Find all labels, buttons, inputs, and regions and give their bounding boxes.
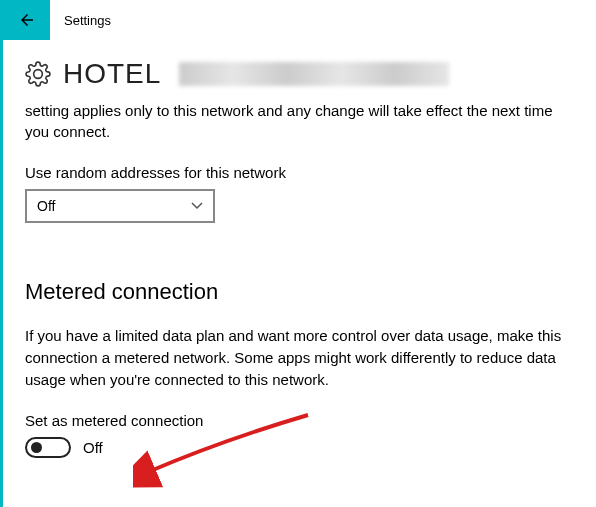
network-title-row: HOTEL: [25, 58, 574, 90]
random-addresses-label: Use random addresses for this network: [25, 164, 574, 181]
header-bar: Settings: [3, 0, 596, 40]
back-arrow-icon: [18, 11, 36, 29]
metered-description: If you have a limited data plan and want…: [25, 325, 574, 390]
metered-toggle-label: Set as metered connection: [25, 412, 574, 429]
network-description: setting applies only to this network and…: [25, 100, 574, 142]
back-button[interactable]: [3, 0, 50, 40]
metered-toggle-row: Off: [25, 437, 574, 458]
toggle-knob: [31, 442, 42, 453]
metered-toggle-value: Off: [83, 439, 103, 456]
content-area: HOTEL setting applies only to this netwo…: [3, 40, 596, 458]
metered-toggle[interactable]: [25, 437, 71, 458]
dropdown-value: Off: [37, 198, 55, 214]
redacted-network-suffix: [179, 62, 449, 86]
random-addresses-dropdown[interactable]: Off: [25, 189, 215, 223]
metered-section-title: Metered connection: [25, 279, 574, 305]
gear-icon: [25, 61, 51, 87]
chevron-down-icon: [191, 202, 203, 210]
network-name: HOTEL: [63, 58, 161, 90]
header-title: Settings: [64, 13, 111, 28]
